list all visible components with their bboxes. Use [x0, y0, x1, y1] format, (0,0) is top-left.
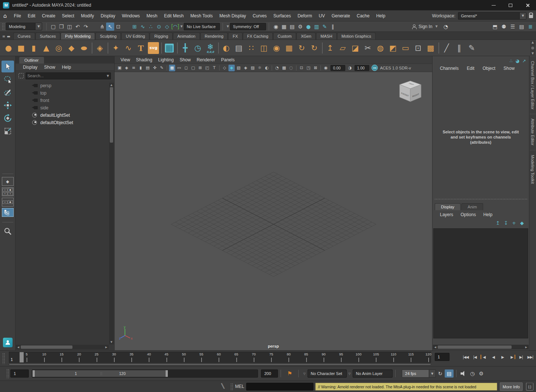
separator[interactable] [218, 65, 221, 71]
connect-icon[interactable]: ◩ [387, 41, 399, 55]
outliner-item-side[interactable]: side [16, 104, 114, 112]
poly-disc-icon[interactable]: ● [78, 44, 90, 52]
step-forward-key-button[interactable]: ▶ [507, 352, 516, 361]
poly-cylinder-icon[interactable]: ▮ [27, 41, 40, 55]
separator[interactable] [319, 65, 322, 71]
poly-torus-icon[interactable]: ◎ [52, 41, 65, 55]
separator[interactable] [217, 41, 220, 55]
light-editor-icon[interactable]: ▥ [312, 23, 320, 31]
shelf-tab-fx-caching[interactable]: FX Caching [243, 33, 273, 40]
go-to-end-button[interactable]: ▶▶| [526, 352, 535, 361]
scale-tool[interactable] [1, 125, 14, 137]
menu-item[interactable]: Create [39, 13, 59, 18]
chevron-down-icon[interactable]: ▼ [227, 25, 229, 28]
separator[interactable] [166, 65, 168, 71]
menu-item[interactable]: Help [59, 65, 74, 70]
home-icon[interactable]: ⌂ [3, 13, 7, 19]
delete-history-icon[interactable]: ◷ [191, 41, 204, 55]
menu-item[interactable]: Panels [218, 57, 238, 62]
playback-range-bar[interactable]: 1 120 [33, 370, 168, 377]
time-slider[interactable]: 1 51015202530354045505560657075808590951… [9, 352, 431, 363]
sweep-mesh-icon[interactable]: ✦ [109, 41, 122, 55]
outliner-tab[interactable]: Outliner [19, 57, 44, 64]
snap-view-plane-icon[interactable]: ◇ [163, 23, 171, 31]
menu-item[interactable]: Display [97, 13, 118, 18]
separate-icon[interactable]: ∷ [245, 41, 258, 55]
render-settings-icon[interactable]: ⚙ [296, 23, 304, 31]
color-management-toggle[interactable]: ON [372, 65, 378, 71]
character-controls-toggle[interactable]: ⚉ [500, 23, 508, 31]
chevron-down-icon[interactable]: ▼ [35, 23, 42, 30]
layout-single-pane-button[interactable]: ◆ [2, 177, 14, 186]
scroll-right-icon[interactable]: ▶ [524, 346, 529, 349]
menu-item[interactable]: Edit [464, 66, 478, 71]
mirror-icon[interactable]: ◫ [258, 41, 270, 55]
outliner-item-front[interactable]: front [16, 97, 114, 104]
separator[interactable] [90, 23, 98, 31]
retopologize-icon[interactable]: ↻ [308, 41, 320, 55]
command-language-toggle[interactable]: MEL [235, 384, 244, 389]
minimize-button[interactable] [485, 0, 502, 10]
menu-item[interactable]: Deform [294, 13, 315, 18]
menu-item[interactable]: Channels [437, 66, 462, 71]
outliner-vertical-scrollbar[interactable]: ▲ ▼ [109, 83, 114, 344]
layer-tab-display[interactable]: Display [435, 203, 461, 210]
menu-item[interactable]: Help [373, 13, 389, 18]
drag-handle[interactable] [230, 383, 233, 390]
speed-mode-icon[interactable]: ◕ [515, 58, 519, 64]
snap-point-icon[interactable]: ∴ [147, 23, 155, 31]
shelf-tab-fx[interactable]: FX [228, 33, 242, 40]
rotate-tool[interactable] [1, 112, 14, 124]
fps-dropdown[interactable]: 24 fps ▼ [402, 369, 436, 378]
tab-attribute-editor[interactable]: Attribute Editor [530, 114, 536, 150]
layers-list-area[interactable] [433, 228, 528, 338]
camera-attributes-icon[interactable]: ≡ [130, 65, 137, 71]
user-avatar[interactable] [3, 338, 13, 347]
shelf-tab-sculpting[interactable]: Sculpting [95, 33, 121, 40]
scroll-left-icon[interactable]: ◀ [433, 346, 438, 349]
zoom-layout-tool[interactable] [1, 225, 14, 237]
tab-channel-box-layer-editor[interactable]: Channel Box / Layer Editor [530, 56, 536, 114]
menu-item[interactable]: Mesh Display [216, 13, 250, 18]
layers-horizontal-scrollbar[interactable]: ◀ ▶ [433, 345, 529, 350]
assist-icon[interactable]: ◔ [444, 24, 448, 30]
snap-curve-icon[interactable]: ∿ [139, 23, 147, 31]
anim-layer-field[interactable]: No Anim Layer [353, 369, 393, 378]
all-lights-icon[interactable]: ☼ [257, 65, 263, 71]
separator[interactable] [295, 65, 298, 71]
center-pivot-icon[interactable]: ╋ [179, 41, 191, 55]
character-set-field[interactable]: No Character Set [308, 369, 347, 378]
symmetry-field[interactable]: Symmetry: Off [230, 23, 266, 30]
mute-audio-icon[interactable] [459, 369, 468, 378]
shelf-tab-animation[interactable]: Animation [173, 33, 200, 40]
smooth-icon[interactable]: ▩ [424, 41, 437, 55]
remesh-grid-icon[interactable]: ▦ [283, 41, 295, 55]
current-time-field[interactable]: 1 [435, 353, 450, 361]
scroll-down-icon[interactable]: ▼ [111, 340, 112, 344]
select-object-icon[interactable]: ↖ [106, 23, 114, 31]
create-bookmark-icon[interactable]: ⚑ [287, 370, 292, 377]
select-hierarchy-icon[interactable]: ⋔ [98, 23, 106, 31]
scroll-right-icon[interactable]: ▶ [104, 346, 109, 349]
grease-pencil-icon[interactable]: ✎ [159, 65, 165, 71]
separator[interactable] [176, 41, 179, 55]
drag-handle[interactable] [2, 23, 5, 30]
gate-mask-icon[interactable]: ▢ [190, 65, 196, 71]
maximize-button[interactable] [502, 0, 519, 10]
exposure-icon[interactable]: ◉ [323, 65, 329, 71]
go-to-start-button[interactable]: |◀◀ [461, 352, 470, 361]
chevron-down-icon[interactable]: ▽ [303, 372, 305, 375]
shelf-tab-xgen[interactable]: XGen [296, 33, 316, 40]
motion-blur-icon[interactable]: ◌ [288, 65, 294, 71]
shaded-icon[interactable]: ◆ [228, 65, 235, 71]
scroll-up-icon[interactable]: ▲ [111, 83, 112, 87]
lock-icon[interactable] [529, 15, 533, 18]
live-surface-field[interactable]: No Live Surface [184, 23, 220, 30]
separator[interactable] [271, 65, 273, 71]
select-component-icon[interactable]: ⊡ [114, 23, 122, 31]
default-material-icon[interactable]: ▨ [250, 65, 256, 71]
ambient-occlusion-icon[interactable]: ◔ [274, 65, 280, 71]
animation-end-field[interactable]: 200 [261, 369, 278, 378]
drag-handle[interactable] [6, 369, 9, 379]
film-gate-icon[interactable]: ▭ [176, 65, 182, 71]
